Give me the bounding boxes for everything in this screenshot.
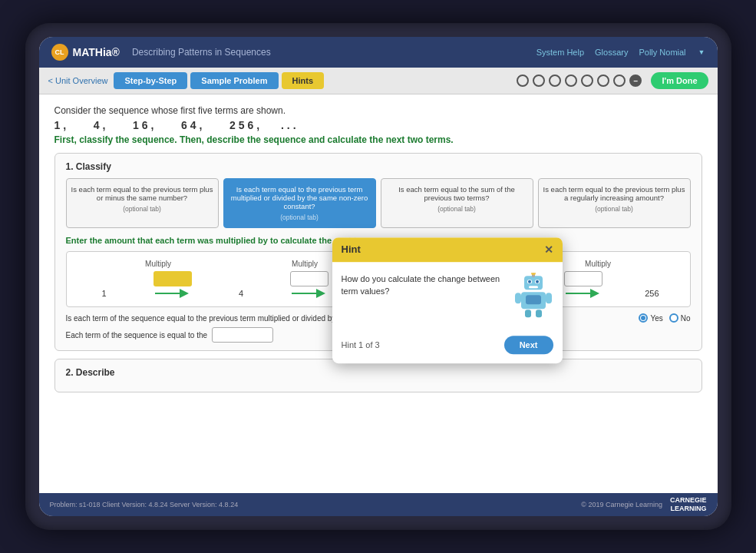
- yes-radio-label[interactable]: Yes: [639, 313, 662, 323]
- glossary-link[interactable]: Glossary: [595, 48, 628, 57]
- multiply-input-0[interactable]: [154, 271, 192, 286]
- instruction-text: First, classify the sequence. Then, desc…: [54, 134, 702, 145]
- classify-title: 1. Classify: [66, 161, 691, 172]
- classify-options: Is each term equal to the previous term …: [66, 178, 691, 228]
- multiply-label-0: Multiply: [96, 260, 221, 268]
- svg-rect-13: [526, 295, 541, 304]
- unit-overview-link[interactable]: < Unit Overview: [48, 76, 108, 85]
- arrow-1: [290, 288, 328, 299]
- classify-option-2[interactable]: Is each term equal to the sum of the pre…: [381, 178, 533, 228]
- no-radio[interactable]: [669, 313, 678, 323]
- term-2: 4: [230, 289, 252, 298]
- top-bar: CL MATHia® Describing Patterns in Sequen…: [39, 37, 718, 68]
- copyright: © 2019 Carnegie Learning: [581, 501, 662, 508]
- carnegie-learning-logo: CARNEGIE LEARNING: [670, 496, 707, 513]
- hint-next-button[interactable]: Next: [504, 336, 553, 354]
- tablet-frame: CL MATHia® Describing Patterns in Sequen…: [25, 23, 731, 530]
- term-5: 256: [641, 289, 662, 298]
- hint-close-button[interactable]: ✕: [544, 243, 553, 256]
- hint-text: How do you calculate the change between …: [342, 273, 506, 298]
- progress-circle-4: [565, 75, 577, 87]
- progress-circles: −: [517, 75, 642, 87]
- no-radio-label[interactable]: No: [669, 313, 691, 323]
- multiply-input-3[interactable]: [564, 271, 602, 286]
- classify-option-0[interactable]: Is each term equal to the previous term …: [66, 178, 219, 228]
- multiply-input-1[interactable]: [290, 271, 328, 286]
- progress-circle-7: [613, 75, 626, 87]
- each-term-prefix: Each term of the sequence is equal to th…: [66, 331, 208, 339]
- user-name[interactable]: Polly Nomial: [639, 48, 685, 57]
- hint-counter: Hint 1 of 3: [342, 340, 380, 349]
- app-name: MATHia®: [73, 46, 120, 58]
- hint-title: Hint: [342, 243, 361, 255]
- svg-rect-15: [546, 293, 552, 303]
- problem-intro: Consider the sequence whose first five t…: [54, 105, 702, 116]
- bottom-bar: Problem: s1-018 Client Version: 4.8.24 S…: [39, 493, 718, 516]
- hint-overlay: Hint ✕ How do you calculate the change b…: [332, 237, 563, 363]
- arrow-3: [564, 288, 602, 299]
- progress-circle-2: [533, 75, 545, 87]
- problem-info: Problem: s1-018 Client Version: 4.8.24 S…: [50, 501, 239, 508]
- describe-section: 2. Describe: [54, 359, 702, 392]
- svg-rect-14: [515, 293, 521, 303]
- app-subtitle: Describing Patterns in Sequences: [132, 47, 536, 58]
- app-logo: CL: [51, 44, 68, 61]
- system-help-link[interactable]: System Help: [536, 48, 584, 57]
- progress-circle-minus: −: [629, 75, 642, 87]
- svg-rect-16: [525, 310, 531, 317]
- tab-step-by-step[interactable]: Step-by-Step: [114, 72, 187, 89]
- svg-point-6: [531, 273, 536, 275]
- svg-point-10: [536, 280, 539, 283]
- svg-point-9: [528, 280, 531, 283]
- top-bar-links: System Help Glossary Polly Nomial ▼: [536, 48, 705, 57]
- nav-row: < Unit Overview Step-by-Step Sample Prob…: [39, 68, 718, 94]
- svg-rect-11: [529, 286, 538, 288]
- hint-body: How do you calculate the change between …: [332, 262, 563, 329]
- svg-rect-17: [536, 310, 542, 317]
- yes-label: Yes: [650, 314, 662, 323]
- describe-title: 2. Describe: [66, 367, 691, 378]
- hint-footer: Hint 1 of 3 Next: [332, 329, 563, 363]
- tab-sample-problem[interactable]: Sample Problem: [190, 72, 278, 89]
- each-term-input[interactable]: [212, 327, 273, 343]
- classify-option-3[interactable]: Is each term equal to the previous term …: [538, 178, 691, 228]
- user-menu-chevron[interactable]: ▼: [698, 48, 705, 56]
- screen: CL MATHia® Describing Patterns in Sequen…: [39, 37, 718, 516]
- classify-option-1[interactable]: Is each term equal to the previous term …: [223, 178, 376, 228]
- hint-header: Hint ✕: [332, 237, 563, 262]
- sequence-terms: 1, 4, 16, 64, 256, ...: [54, 119, 702, 131]
- no-label: No: [681, 314, 691, 323]
- main-content: Consider the sequence whose first five t…: [39, 94, 718, 493]
- progress-circle-5: [581, 75, 593, 87]
- yes-radio[interactable]: [639, 313, 648, 323]
- progress-circle-6: [597, 75, 609, 87]
- im-done-button[interactable]: I'm Done: [651, 72, 708, 89]
- arrow-0: [154, 288, 192, 299]
- robot-icon: [513, 273, 553, 319]
- progress-circle-1: [517, 75, 529, 87]
- term-1: 1: [94, 289, 115, 298]
- progress-circle-3: [549, 75, 561, 87]
- tab-hints[interactable]: Hints: [282, 72, 325, 89]
